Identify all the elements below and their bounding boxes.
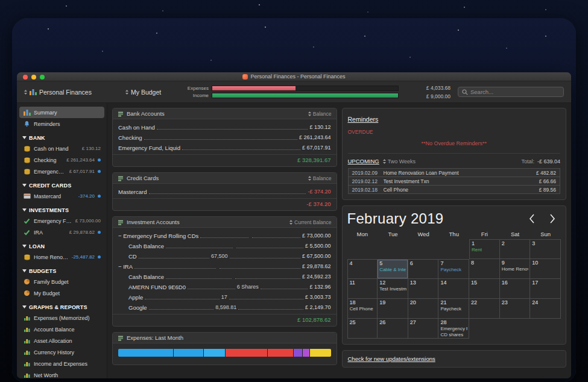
sidebar-item-expenses-memorized[interactable]: Expenses (Memorized) xyxy=(19,312,104,324)
upcoming-total: Total: -£ 639.04 xyxy=(521,158,560,164)
account-row[interactable]: Cash Balance£ 5,500.00 xyxy=(113,240,337,251)
search-field[interactable] xyxy=(458,87,564,97)
sidebar-item-income-and-expenses[interactable]: Income and Expenses xyxy=(19,358,104,369)
calendar-day-cell[interactable]: 20 xyxy=(408,299,439,319)
calendar-day-cell[interactable]: 28Emergency FCD shares xyxy=(438,319,469,339)
sidebar-item-reminders[interactable]: Reminders xyxy=(19,118,104,130)
budget-icon xyxy=(23,278,31,285)
calendar-day-cell[interactable]: 21Paycheck xyxy=(438,299,469,319)
summary-icon xyxy=(23,109,31,116)
sidebar-section-budgets[interactable]: BUDGETS xyxy=(19,266,104,276)
account-row[interactable]: − Emergency Fund Rolling CDs£ 73,000.00 xyxy=(113,230,337,240)
calendar-day-cell[interactable]: 8 xyxy=(469,259,500,279)
calendar-day-cell-selected[interactable]: 5Cable & Inte xyxy=(378,259,408,279)
sidebar-section-graphs-reports[interactable]: GRAPHS & REPORTS xyxy=(19,302,104,312)
calendar-day-cell[interactable]: 23 xyxy=(500,299,531,319)
day-number: 4 xyxy=(350,260,376,267)
sidebar-item-family-budget[interactable]: Family Budget xyxy=(19,276,104,287)
calendar-day-cell[interactable]: 24 xyxy=(530,299,561,319)
sidebar-item-ira[interactable]: IRA £ 29,878.62 xyxy=(19,227,104,238)
account-row[interactable]: CD67,500£ 67,500.00 xyxy=(113,251,337,261)
sidebar-item-emergency-fund[interactable]: Emergency Fun... £ 67,017.91 xyxy=(19,166,104,177)
calendar-day-cell[interactable]: 4 xyxy=(347,259,378,279)
calendar-day-cell[interactable]: 27 xyxy=(408,319,439,339)
calendar-day-cell[interactable]: 26 xyxy=(378,319,408,339)
reminder-row[interactable]: 2019.02.09 Home Renovation Loan Payment … xyxy=(348,168,561,177)
sidebar-item-summary[interactable]: Summary xyxy=(19,107,104,118)
sidebar-item-emergency-fund-investment[interactable]: Emergency Fun... £ 73,000.00 xyxy=(19,215,104,227)
upcoming-header[interactable]: UPCOMING xyxy=(348,158,379,164)
calendar-day-cell[interactable]: 22 xyxy=(469,299,500,319)
calendar-day-cell[interactable]: 7Paycheck xyxy=(438,259,469,279)
minimize-button[interactable] xyxy=(31,75,36,80)
calendar-day-cell[interactable]: 15 xyxy=(469,279,500,299)
reminders-header[interactable]: Reminders xyxy=(348,116,379,123)
calendar-day-cell[interactable]: 19 xyxy=(378,299,408,319)
sidebar-item-my-budget[interactable]: My Budget xyxy=(19,287,104,299)
calendar-event: Test Investm xyxy=(379,286,406,292)
sort-label: Balance xyxy=(313,175,332,181)
sidebar-item-cash-on-hand[interactable]: Cash on Hand £ 130.12 xyxy=(19,143,104,154)
sidebar-section-credit-cards[interactable]: CREDIT CARDS xyxy=(19,180,104,190)
next-month-button[interactable] xyxy=(549,213,556,224)
prev-month-button[interactable] xyxy=(528,213,535,224)
reminder-row[interactable]: 2019.02.12 Test Investment Txn £ 66.66 xyxy=(348,177,561,186)
account-row[interactable]: AMERN FUND 9E6D06 Shares£ 132.96 xyxy=(113,281,337,292)
calendar-day-cell[interactable]: 18Cell Phone xyxy=(347,299,378,319)
calendar-day-cell[interactable]: 9Home Renov xyxy=(500,259,531,279)
account-row[interactable]: Cash on Hand£ 130.12 xyxy=(113,122,337,132)
document-switcher[interactable]: Personal Finances xyxy=(24,89,125,96)
weekday-label: Thu xyxy=(438,231,469,237)
sidebar-item-mastercard[interactable]: Mastercard -374.20 xyxy=(19,190,104,202)
sidebar-item-currency-history[interactable]: Currency History xyxy=(19,346,104,358)
account-rows: Mastercard-£ 374.20 xyxy=(113,184,337,196)
expenses-gauge-track xyxy=(212,86,399,91)
budget-selector[interactable]: My Budget xyxy=(125,89,183,96)
sidebar-section-loan[interactable]: LOAN xyxy=(19,241,104,251)
calendar-day-cell[interactable]: 2 xyxy=(500,239,531,259)
account-row[interactable]: Emergency Fund, Liquid£ 67,017.91 xyxy=(113,142,337,152)
calendar-day-cell[interactable]: 16 xyxy=(500,279,531,299)
sidebar-section-bank[interactable]: BANK xyxy=(19,133,104,143)
account-row[interactable]: Google8,598.81£ 2,149.70 xyxy=(113,302,337,312)
account-row[interactable]: Checking£ 261,243.64 xyxy=(113,132,337,142)
sort-by-balance-button[interactable]: Balance xyxy=(308,111,332,117)
day-number: 8 xyxy=(471,260,498,266)
zoom-button[interactable] xyxy=(40,75,45,80)
updates-link[interactable]: Check for new updates/extensions xyxy=(348,355,435,362)
search-input[interactable] xyxy=(470,89,560,95)
range-selector[interactable]: Two Weeks xyxy=(383,158,416,164)
calendar-day-cell[interactable]: 12Test Investm xyxy=(378,279,408,299)
calendar-day-cell[interactable]: 11 xyxy=(347,279,378,299)
calendar-day-cell[interactable]: 10 xyxy=(530,259,561,279)
sort-by-balance-button[interactable]: Balance xyxy=(308,175,332,181)
sort-by-current-balance-button[interactable]: Current Balance xyxy=(289,219,331,225)
account-row[interactable]: − IRA£ 29,878.62 xyxy=(113,261,337,271)
account-row[interactable]: Cash Balance£ 24,592.23 xyxy=(113,271,337,281)
account-row[interactable]: Mastercard-£ 374.20 xyxy=(113,186,337,196)
calendar-day-cell[interactable]: 17 xyxy=(530,279,561,299)
calendar-day-cell[interactable]: 14 xyxy=(438,279,469,299)
reminder-row[interactable]: 2019.02.18 Cell Phone £ 89.56 xyxy=(348,185,561,194)
document-icon xyxy=(30,89,37,95)
sidebar-item-asset-allocation[interactable]: Asset Allocation xyxy=(19,335,104,346)
sidebar-item-account-balance[interactable]: Account Balance xyxy=(19,324,104,335)
calendar-day-cell[interactable]: 25 xyxy=(347,319,378,339)
cash-icon xyxy=(23,169,31,175)
account-balance: -£ 374.20 xyxy=(308,187,330,196)
sidebar-item-checking[interactable]: Checking £ 261,243.64 xyxy=(19,154,104,166)
calendar-day-cell[interactable]: 3 xyxy=(530,239,561,259)
sidebar-item-home-renovation[interactable]: Home Renovati... -25,487.82 xyxy=(19,251,104,263)
expenses-gauge-label: Expenses xyxy=(183,86,209,91)
calendar-day-cell[interactable]: 1Rent xyxy=(469,239,500,259)
calendar-day-cell[interactable]: 6 xyxy=(408,259,439,279)
close-button[interactable] xyxy=(23,75,28,80)
calendar-day-cell[interactable]: 13 xyxy=(408,279,439,299)
window-titlebar[interactable]: Personal Finances - Personal Finances xyxy=(17,72,571,81)
sidebar-item-net-worth[interactable]: Net Worth xyxy=(19,369,104,378)
account-balance: £ 29,878.62 xyxy=(302,262,331,271)
bar-segment xyxy=(303,349,309,357)
account-row[interactable]: Apple17£ 3,003.73 xyxy=(113,292,337,302)
panel-header: Expenses: Last Month xyxy=(113,333,337,343)
sidebar-section-investments[interactable]: INVESTMENTS xyxy=(19,205,104,215)
